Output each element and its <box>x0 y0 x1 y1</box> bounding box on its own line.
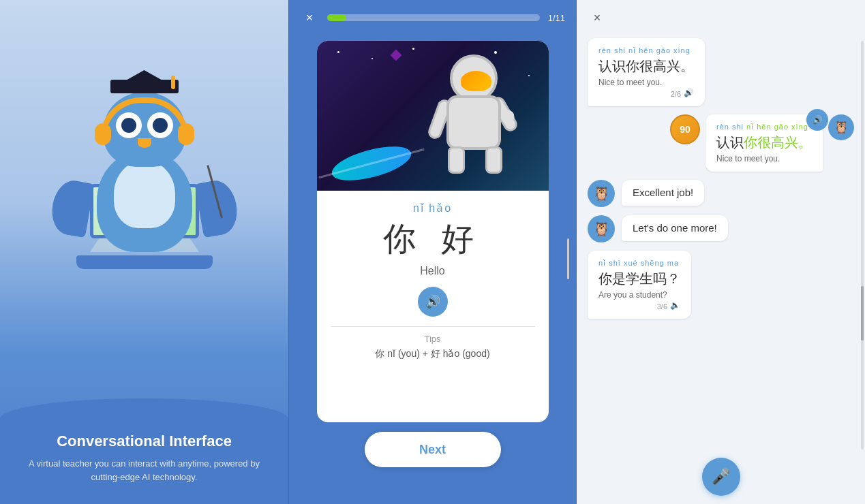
score-badge: 90 <box>670 114 700 144</box>
headphone-right <box>178 123 194 145</box>
flashcard: nǐ hǎo 你 好 Hello 🔊 Tips 你 nǐ (you) + 好 h… <box>317 41 549 422</box>
panel1-bottom: Conversational Interface A virtual teach… <box>0 419 288 504</box>
msg2-chinese-highlight: 你很高兴。 <box>744 135 812 150</box>
chat-close-button[interactable]: × <box>588 8 607 27</box>
msg5-count: 3/6 <box>657 302 667 311</box>
star <box>494 51 497 54</box>
audio-icon: 🔊 <box>425 294 440 309</box>
tips-label: Tips <box>424 334 440 344</box>
msg2-chinese: 认识你很高兴。 <box>716 133 812 152</box>
msg4-text: Let's do one more! <box>633 222 717 234</box>
chat-header: × <box>577 0 865 33</box>
msg2-pinyin: rèn shi nǐ hěn gāo xìng <box>716 123 812 131</box>
msg5-translation: Are you a student? <box>598 290 680 300</box>
msg3-text: Excellent job! <box>633 187 693 198</box>
chat-message-5: nǐ shì xué shēng ma 你是学生吗？ Are you a stu… <box>588 251 691 319</box>
star <box>412 48 414 50</box>
chat-input-area: 🎤 <box>577 450 865 504</box>
msg2-chinese-normal: 认识 <box>716 135 744 150</box>
owl-beak <box>138 138 151 148</box>
graduation-cap <box>110 80 179 93</box>
panel1-subtitle: A virtual teacher you can interact with … <box>20 457 268 484</box>
flashcard-header: × 1/11 <box>289 0 576 35</box>
owl-pupil-right <box>153 118 168 133</box>
msg1-translation: Nice to meet you. <box>598 78 694 87</box>
astro-hand-right <box>498 108 516 125</box>
chat-scrollbar <box>861 41 864 450</box>
msg2-bubble-wrapper: rèn shi nǐ hěn gāo xìng 认识你很高兴。 Nice to … <box>705 114 823 172</box>
chat-message-4-row: 🦉 Let's do one more! <box>588 215 854 242</box>
astronaut-area <box>317 41 549 191</box>
panel-conversational: Conversational Interface A virtual teach… <box>0 0 288 504</box>
flashcard-close-button[interactable]: × <box>300 8 319 27</box>
microphone-icon: 🎤 <box>712 468 730 486</box>
sound-icon-msg5: 🔈 <box>670 300 680 310</box>
chat-message-3-row: 🦉 Excellent job! <box>588 180 854 207</box>
owl-belly <box>114 160 175 228</box>
chat-message-3: Excellent job! <box>622 180 704 206</box>
owl-scene <box>49 54 240 272</box>
audio-wave-icon: 🔊 <box>813 115 823 125</box>
chat-message-2-wrapper: 90 rèn shi nǐ hěn gāo xìng 认识你很高兴。 Nice … <box>670 114 854 172</box>
chat-message-1: rèn shi nǐ hěn gāo xìng 认识你很高兴。 Nice to … <box>588 38 705 106</box>
star <box>371 58 373 59</box>
owl-avatar-3: 🦉 <box>588 180 615 207</box>
owl-wing-left <box>48 178 94 238</box>
astro-visor <box>461 71 491 91</box>
sound-icon-msg1: 🔊 <box>684 88 694 97</box>
owl-eye-right <box>147 112 173 138</box>
star <box>337 51 339 53</box>
owl-headphones <box>100 97 189 138</box>
audio-wave-button[interactable]: 🔊 <box>806 109 828 131</box>
next-button[interactable]: Next <box>365 432 501 467</box>
flashcard-body: nǐ hǎo 你 好 Hello 🔊 Tips 你 nǐ (you) + 好 h… <box>317 191 549 422</box>
translation-display: Hello <box>420 265 444 277</box>
astronaut-figure <box>433 54 515 177</box>
owl-eye-left <box>116 112 142 138</box>
panel1-title: Conversational Interface <box>20 432 268 450</box>
panel-flashcard: × 1/11 <box>288 0 577 504</box>
diamond-shape <box>390 50 401 61</box>
progress-label: 1/11 <box>548 13 565 23</box>
panel-chat: × rèn shi nǐ hěn gāo xìng 认识你很高兴。 Nice t… <box>577 0 865 504</box>
msg5-pinyin: nǐ shì xué shēng ma <box>598 259 680 268</box>
user-avatar: 🦉 <box>828 114 854 140</box>
pinyin-display: nǐ hǎo <box>413 202 452 215</box>
flashcard-scrollbar <box>567 238 569 279</box>
msg1-pinyin: rèn shi nǐ hěn gāo xìng <box>598 46 694 55</box>
owl-head <box>104 92 185 167</box>
divider <box>331 326 535 327</box>
tips-text: 你 nǐ (you) + 好 hǎo (good) <box>375 348 489 360</box>
chat-message-4: Let's do one more! <box>622 215 728 241</box>
astro-leg-right <box>485 146 502 174</box>
chinese-display: 你 好 <box>383 217 482 261</box>
audio-button[interactable]: 🔊 <box>418 287 448 317</box>
microphone-button[interactable]: 🎤 <box>702 458 740 496</box>
msg5-chinese: 你是学生吗？ <box>598 270 680 288</box>
owl-mini-icon-3: 🦉 <box>593 185 610 202</box>
astro-leg-left <box>448 146 465 174</box>
msg2-translation: Nice to meet you. <box>716 154 812 163</box>
headphone-left <box>95 123 111 145</box>
star <box>528 75 530 76</box>
user-avatar-icon: 🦉 <box>834 120 849 135</box>
chat-area: rèn shi nǐ hěn gāo xìng 认识你很高兴。 Nice to … <box>577 33 865 450</box>
astro-body <box>446 95 501 150</box>
msg2-pinyin-blue: rèn shi <box>716 123 746 131</box>
owl-avatar-4: 🦉 <box>588 215 615 242</box>
planet <box>328 140 414 187</box>
owl-pupil-left <box>121 118 136 133</box>
owl-mini-icon-4: 🦉 <box>593 221 610 237</box>
progress-bar-fill <box>327 14 346 21</box>
flashcard-image <box>317 41 549 191</box>
msg1-chinese: 认识你很高兴。 <box>598 57 694 76</box>
laptop-base <box>76 255 213 269</box>
msg1-count: 2/6 <box>671 90 681 98</box>
chat-scrollbar-thumb <box>861 286 864 341</box>
progress-bar-container <box>327 14 540 21</box>
chat-message-2: rèn shi nǐ hěn gāo xìng 认识你很高兴。 Nice to … <box>705 114 823 172</box>
msg2-pinyin-green: nǐ hěn gāo xìng <box>746 123 808 131</box>
